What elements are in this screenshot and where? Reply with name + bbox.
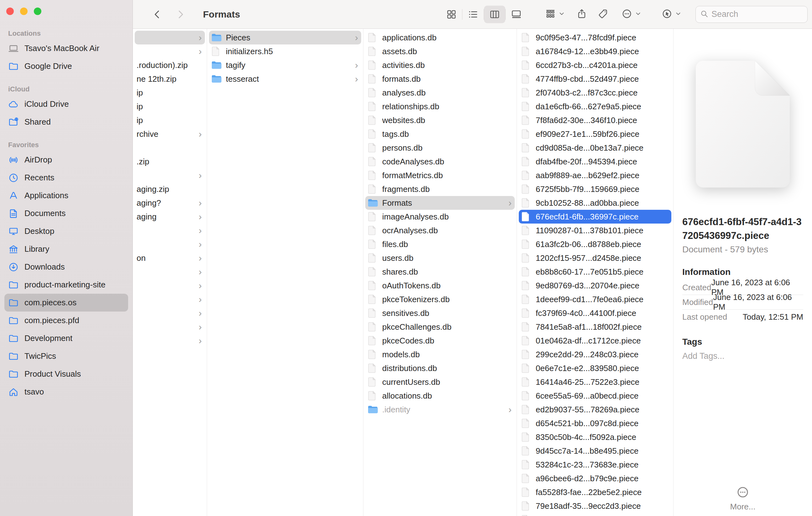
file-row[interactable]: files.db [365, 237, 515, 251]
sidebar-item-documents[interactable]: Documents [4, 205, 128, 222]
file-row[interactable]: imageAnalyses.db [365, 210, 515, 223]
file-row[interactable] [519, 513, 671, 516]
sidebar-item-desktop[interactable]: Desktop [4, 222, 128, 240]
file-row[interactable]: initializers.h5 [209, 44, 361, 58]
file-row[interactable]: d654c521-bb...097c8d.piece [519, 417, 671, 430]
file-row[interactable]: ne 12th.zip [135, 72, 205, 86]
file-row[interactable]: › [135, 169, 205, 182]
sidebar-item-airdrop[interactable]: AirDrop [4, 151, 128, 169]
file-row[interactable]: › [135, 293, 205, 306]
file-row[interactable]: 2f0740b3-c2...f87c3cc.piece [519, 86, 671, 99]
file-row[interactable]: pkceTokenizers.db [365, 293, 515, 306]
file-row[interactable]: relationships.db [365, 99, 515, 113]
file-row[interactable]: aging› [135, 210, 205, 223]
file-row[interactable]: oAuthTokens.db [365, 279, 515, 293]
file-row[interactable]: 61a3fc2b-06...d8788eb.piece [519, 237, 671, 251]
file-row[interactable]: aging.zip [135, 182, 205, 196]
file-row[interactable]: › [135, 279, 205, 293]
file-row[interactable]: pkceCodes.db [365, 334, 515, 347]
file-row[interactable]: 53284c1c-23...73683e.piece [519, 458, 671, 472]
file-row[interactable]: 9c0f95e3-47...78fcd9f.piece [519, 31, 671, 44]
sidebar-item-applications[interactable]: Applications [4, 187, 128, 205]
close-window-button[interactable] [6, 7, 14, 15]
zoom-window-button[interactable] [34, 7, 41, 15]
file-row[interactable]: cd9d085a-de...0be13a7.piece [519, 141, 671, 155]
folder-row[interactable]: Pieces› [209, 31, 361, 44]
sidebar-item-icloud-drive[interactable]: iCloud Drive [4, 95, 128, 113]
sidebar-item-shared[interactable]: Shared [4, 113, 128, 131]
file-row[interactable]: rchive› [135, 127, 205, 141]
tag-button[interactable] [598, 8, 608, 20]
file-row[interactable]: eb8b8c60-17...7e051b5.piece [519, 265, 671, 279]
file-row[interactable]: on› [135, 251, 205, 265]
file-row[interactable]: fragments.db [365, 182, 515, 196]
file-row[interactable]: .zip [135, 155, 205, 169]
file-row[interactable]: 6ccd27b3-cb...c4201a.piece [519, 58, 671, 72]
file-row[interactable]: ef909e27-1e1...59bf26.piece [519, 127, 671, 141]
folder-row[interactable]: tesseract› [209, 72, 361, 86]
file-row[interactable]: 4774ffb9-cbd...52d497.piece [519, 72, 671, 86]
file-row[interactable]: persons.db [365, 141, 515, 155]
file-row[interactable]: a16784c9-12...e3bb49.piece [519, 44, 671, 58]
file-row[interactable]: dfab4fbe-20f...945394.piece [519, 155, 671, 169]
file-row[interactable]: fc379f69-4c0...44100f.piece [519, 306, 671, 320]
file-row[interactable]: 9ed80769-d3...20704e.piece [519, 279, 671, 293]
file-row[interactable]: › [135, 334, 205, 347]
file-row[interactable]: distributions.db [365, 361, 515, 375]
file-row[interactable]: tags.db [365, 127, 515, 141]
file-row[interactable]: .roduction).zip [135, 58, 205, 72]
pointer-circle-button[interactable] [662, 8, 682, 20]
file-row[interactable]: 79e18adf-35...9ecc2d3.piece [519, 499, 671, 513]
file-row[interactable]: › [135, 320, 205, 334]
file-row[interactable]: allocations.db [365, 389, 515, 403]
file-row[interactable]: analyses.db [365, 86, 515, 99]
file-row[interactable]: fa5528f3-fae...22be5e2.piece [519, 485, 671, 499]
file-row[interactable]: websites.db [365, 113, 515, 127]
back-button[interactable] [150, 6, 164, 23]
file-row[interactable]: 9d45cc7a-14...b8e495.piece [519, 444, 671, 458]
file-row[interactable]: aging?› [135, 196, 205, 210]
folder-row[interactable]: Formats› [365, 196, 515, 210]
file-row[interactable]: ip [135, 99, 205, 113]
more-circle-button[interactable] [621, 8, 642, 20]
file-row[interactable]: 16414a46-25...7522e3.piece [519, 375, 671, 389]
sidebar-item-google-drive[interactable]: Google Drive [4, 57, 128, 75]
add-tags-field[interactable]: Add Tags... [682, 351, 803, 361]
sidebar-item-library[interactable]: Library [4, 240, 128, 258]
file-row[interactable]: assets.db [365, 44, 515, 58]
file-row[interactable]: activities.db [365, 58, 515, 72]
file-row[interactable]: 1202cf15-957...d2458e.piece [519, 251, 671, 265]
file-row[interactable]: 6725f5bb-7f9...159669.piece [519, 182, 671, 196]
file-row[interactable]: users.db [365, 251, 515, 265]
file-row[interactable]: da1e6cfb-66...627e9a5.piece [519, 99, 671, 113]
view-list-button[interactable] [462, 6, 484, 23]
file-row[interactable]: 8350c50b-4c...f5092a.piece [519, 430, 671, 444]
forward-button[interactable] [174, 6, 187, 23]
file-row[interactable]: › [135, 265, 205, 279]
file-row[interactable]: 676ecfd1-6fb...36997c.piece [519, 210, 671, 223]
sidebar-item-development[interactable]: Development [4, 329, 128, 347]
file-row[interactable]: 1deeef99-cd1...7fe0ea6.piece [519, 293, 671, 306]
sidebar-item-com-pieces-pfd[interactable]: com.pieces.pfd [4, 311, 128, 329]
group-by-button[interactable] [545, 8, 565, 20]
view-gallery-button[interactable] [505, 6, 527, 23]
file-row[interactable]: formats.db [365, 72, 515, 86]
file-row[interactable]: 7841e5a8-af1...18f002f.piece [519, 320, 671, 334]
sidebar-item-com-pieces-os[interactable]: com.pieces.os [4, 294, 128, 311]
file-row[interactable]: shares.db [365, 265, 515, 279]
file-row[interactable]: formatMetrics.db [365, 169, 515, 182]
sidebar-item-recents[interactable]: Recents [4, 169, 128, 187]
file-row[interactable]: › [135, 31, 205, 44]
file-row[interactable]: › [135, 237, 205, 251]
sidebar-item-downloads[interactable]: Downloads [4, 258, 128, 276]
file-row[interactable]: ed2b9037-55...78269a.piece [519, 403, 671, 417]
file-row[interactable]: 9cb10252-88...ad0bba.piece [519, 196, 671, 210]
file-row[interactable]: currentUsers.db [365, 375, 515, 389]
file-row[interactable]: sensitives.db [365, 306, 515, 320]
file-row[interactable]: 11090287-01...378b101.piece [519, 223, 671, 237]
sidebar-item-twicpics[interactable]: TwicPics [4, 347, 128, 365]
sidebar-item-product-marketing-site[interactable]: product-marketing-site [4, 276, 128, 294]
minimize-window-button[interactable] [20, 7, 28, 15]
file-row[interactable]: pkceChallenges.db [365, 320, 515, 334]
file-row[interactable]: › [135, 44, 205, 58]
